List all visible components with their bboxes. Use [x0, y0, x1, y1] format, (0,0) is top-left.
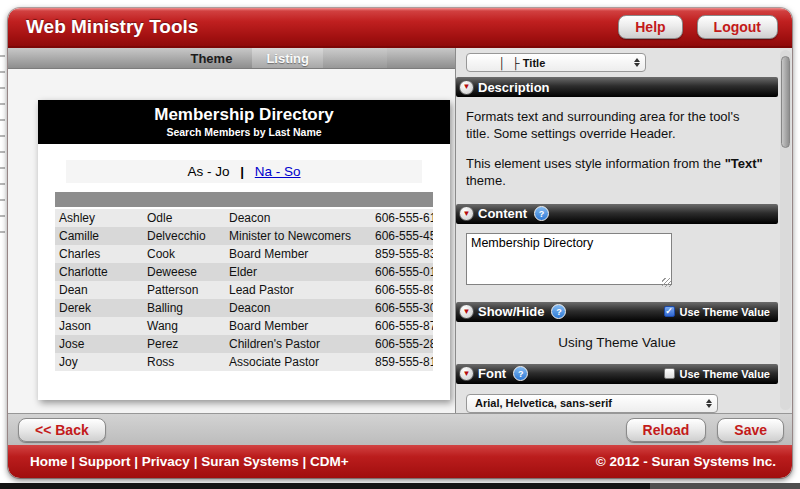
- inspector-content: │ ├ Title ▼ Description Formats text and…: [456, 48, 778, 413]
- table-row: JasonWangBoard Member606-555-8765: [55, 317, 433, 335]
- footer-link-separator: |: [299, 454, 310, 469]
- directory-title: Membership Directory: [38, 105, 450, 125]
- footer-link-separator: |: [131, 454, 142, 469]
- app-header: Web Ministry Tools Help Logout: [8, 8, 792, 48]
- footer-link[interactable]: CDM+: [310, 454, 349, 469]
- description-section-title: Description: [478, 80, 550, 95]
- app-window: Web Ministry Tools Help Logout Theme Lis…: [8, 8, 792, 478]
- help-question-icon[interactable]: ?: [513, 366, 528, 381]
- description-paragraph-2: This element uses style information from…: [466, 155, 766, 189]
- description-section-header: ▼ Description: [456, 77, 778, 97]
- action-bar: << Back Reload Save: [8, 413, 792, 445]
- copyright-text: © 2012 - Suran Systems Inc.: [596, 454, 776, 469]
- footer-link-separator: |: [190, 454, 201, 469]
- stepper-icon: [706, 396, 712, 411]
- member-table: AshleyOdleDeacon606-555-6170CamilleDelve…: [55, 209, 433, 371]
- element-select-row: │ ├ Title: [456, 48, 778, 77]
- stepper-icon: [634, 55, 640, 70]
- tab-theme[interactable]: Theme: [176, 48, 246, 68]
- disclosure-arrow-icon[interactable]: ▼: [459, 366, 474, 381]
- help-question-icon[interactable]: ?: [551, 304, 566, 319]
- footer-link[interactable]: Privacy: [142, 454, 190, 469]
- description-body: Formats text and surrounding area for th…: [456, 97, 778, 204]
- disclosure-arrow-icon[interactable]: ▼: [459, 206, 474, 221]
- back-button[interactable]: << Back: [18, 418, 106, 442]
- footer-links: Home | Support | Privacy | Suran Systems…: [30, 454, 349, 469]
- content-section-header: ▼ Content ?: [456, 204, 778, 224]
- font-family-select-value: Arial, Helvetica, sans-serif: [467, 397, 612, 409]
- content-textarea-wrap: Membership Directory: [466, 233, 672, 289]
- table-header-bar: [55, 192, 433, 207]
- page: Web Ministry Tools Help Logout Theme Lis…: [0, 0, 800, 489]
- save-button[interactable]: Save: [717, 418, 784, 442]
- footer: Home | Support | Privacy | Suran Systems…: [8, 445, 792, 478]
- disclosure-arrow-icon[interactable]: ▼: [459, 80, 474, 95]
- use-theme-label: Use Theme Value: [680, 368, 771, 380]
- table-row: CharlotteDeweeseElder606-555-0104: [55, 263, 433, 281]
- element-select-value: │ ├ Title: [467, 57, 545, 69]
- use-theme-checkbox-showhide[interactable]: [664, 306, 675, 317]
- footer-link-separator: |: [68, 454, 79, 469]
- footer-link[interactable]: Home: [30, 454, 68, 469]
- footer-link[interactable]: Suran Systems: [201, 454, 299, 469]
- table-row: DeanPattersonLead Pastor606-555-8976: [55, 281, 433, 299]
- preview-area: Membership Directory Search Members by L…: [8, 69, 455, 413]
- header-buttons: Help Logout: [618, 15, 778, 39]
- resize-grip-icon[interactable]: [662, 278, 671, 287]
- help-button[interactable]: Help: [618, 15, 682, 39]
- help-question-icon[interactable]: ?: [534, 206, 549, 221]
- description-paragraph-2-bold: "Text": [725, 156, 763, 171]
- tab-listing[interactable]: Listing: [252, 48, 323, 68]
- member-table-body: AshleyOdleDeacon606-555-6170CamilleDelve…: [55, 209, 433, 371]
- directory-preview-card: Membership Directory Search Members by L…: [38, 100, 450, 400]
- font-family-select[interactable]: Arial, Helvetica, sans-serif: [466, 394, 718, 413]
- use-theme-checkbox-font[interactable]: [664, 368, 675, 379]
- description-paragraph-1: Formats text and surrounding area for th…: [466, 108, 766, 142]
- table-row: AshleyOdleDeacon606-555-6170: [55, 209, 433, 227]
- action-bar-right: Reload Save: [626, 418, 784, 442]
- element-select[interactable]: │ ├ Title: [466, 53, 646, 72]
- description-paragraph-2-suffix: theme.: [466, 173, 506, 188]
- directory-header: Membership Directory Search Members by L…: [38, 100, 450, 144]
- tab-slot-empty: [323, 48, 387, 68]
- logout-button[interactable]: Logout: [697, 15, 778, 39]
- font-select-row: Arial, Helvetica, sans-serif: [456, 384, 778, 413]
- directory-subtitle: Search Members by Last Name: [38, 126, 450, 138]
- table-row: CharlesCookBoard Member859-555-8369: [55, 245, 433, 263]
- font-use-theme-group: Use Theme Value: [664, 368, 771, 380]
- inspector-scrollbar-thumb[interactable]: [781, 56, 790, 148]
- font-section-title: Font: [478, 366, 506, 381]
- footer-link[interactable]: Support: [79, 454, 131, 469]
- pagination-separator: |: [240, 164, 244, 179]
- content-textarea[interactable]: Membership Directory: [466, 233, 672, 285]
- use-theme-label: Use Theme Value: [680, 306, 771, 318]
- window-bottom-edge-light: [650, 483, 800, 489]
- alphabet-pagination: As - Jo | Na - So: [66, 160, 422, 183]
- app-title: Web Ministry Tools: [26, 16, 198, 38]
- showhide-use-theme-group: Use Theme Value: [664, 306, 771, 318]
- table-row: DerekBallingDeacon606-555-3039: [55, 299, 433, 317]
- window-bottom-edge: [0, 483, 800, 489]
- content-section-title: Content: [478, 206, 527, 221]
- showhide-section-header: ▼ Show/Hide ? Use Theme Value: [456, 302, 778, 322]
- table-row: CamilleDelvecchioMinister to Newcomers60…: [55, 227, 433, 245]
- tab-bar: Theme Listing: [8, 48, 455, 69]
- page-edge-marks: [0, 55, 5, 245]
- showhide-status-text: Using Theme Value: [456, 322, 778, 364]
- table-row: JoyRossAssociate Pastor859-555-8149: [55, 353, 433, 371]
- description-paragraph-2-text: This element uses style information from…: [466, 156, 725, 171]
- inspector-scrollbar-track[interactable]: [780, 50, 791, 410]
- reload-button[interactable]: Reload: [626, 418, 707, 442]
- settings-inspector: │ ├ Title ▼ Description Formats text and…: [455, 48, 792, 413]
- showhide-section-title: Show/Hide: [478, 304, 544, 319]
- pagination-link-range[interactable]: Na - So: [255, 164, 301, 179]
- font-section-header: ▼ Font ? Use Theme Value: [456, 364, 778, 384]
- pagination-current-range: As - Jo: [187, 164, 229, 179]
- table-row: JosePerezChildren's Pastor606-555-2811: [55, 335, 433, 353]
- disclosure-arrow-icon[interactable]: ▼: [459, 304, 474, 319]
